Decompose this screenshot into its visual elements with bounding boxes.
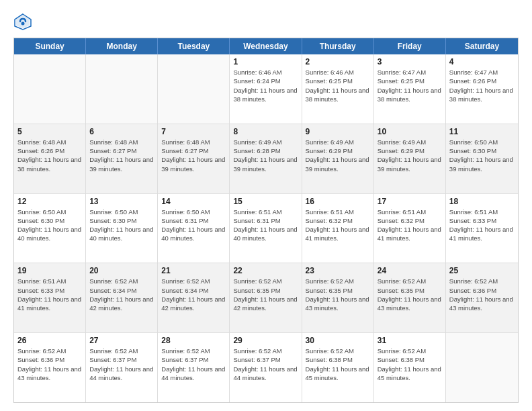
cell-info: Sunrise: 6:51 AM Sunset: 6:33 PM Dayligh… [17,277,82,312]
cell-info: Sunrise: 6:46 AM Sunset: 6:24 PM Dayligh… [233,68,298,103]
calendar: SundayMondayTuesdayWednesdayThursdayFrid… [13,38,519,403]
cal-cell-r3-c6: 25Sunrise: 6:52 AM Sunset: 6:36 PM Dayli… [446,263,518,332]
cell-info: Sunrise: 6:51 AM Sunset: 6:32 PM Dayligh… [378,208,442,243]
cell-info: Sunrise: 6:51 AM Sunset: 6:32 PM Dayligh… [306,208,370,243]
day-number: 23 [306,266,370,275]
cal-cell-r1-c3: 8Sunrise: 6:49 AM Sunset: 6:28 PM Daylig… [230,124,302,193]
cal-cell-r2-c2: 14Sunrise: 6:50 AM Sunset: 6:31 PM Dayli… [158,194,230,263]
cal-cell-r4-c2: 28Sunrise: 6:52 AM Sunset: 6:37 PM Dayli… [158,333,230,402]
cell-info: Sunrise: 6:49 AM Sunset: 6:29 PM Dayligh… [306,138,370,173]
day-number: 29 [233,336,298,345]
logo-icon [13,12,32,31]
weekday-header-friday: Friday [374,38,446,54]
cell-info: Sunrise: 6:52 AM Sunset: 6:38 PM Dayligh… [378,347,442,382]
cal-cell-r0-c5: 3Sunrise: 6:47 AM Sunset: 6:25 PM Daylig… [374,54,446,124]
cell-info: Sunrise: 6:52 AM Sunset: 6:37 PM Dayligh… [161,347,226,382]
day-number: 3 [378,57,442,66]
day-number: 22 [233,266,298,275]
cell-info: Sunrise: 6:52 AM Sunset: 6:37 PM Dayligh… [233,347,298,382]
cell-info: Sunrise: 6:52 AM Sunset: 6:38 PM Dayligh… [306,347,370,382]
cell-info: Sunrise: 6:50 AM Sunset: 6:30 PM Dayligh… [17,208,82,243]
cal-cell-r0-c2 [158,54,230,124]
day-number: 10 [378,127,442,136]
cal-cell-r1-c1: 6Sunrise: 6:48 AM Sunset: 6:27 PM Daylig… [86,124,158,193]
day-number: 24 [378,266,442,275]
day-number: 18 [449,197,515,206]
weekday-header-saturday: Saturday [446,38,518,54]
day-number: 5 [17,127,82,136]
cal-cell-r4-c3: 29Sunrise: 6:52 AM Sunset: 6:37 PM Dayli… [230,333,302,402]
cell-info: Sunrise: 6:51 AM Sunset: 6:31 PM Dayligh… [233,208,298,243]
calendar-row-4: 26Sunrise: 6:52 AM Sunset: 6:36 PM Dayli… [14,333,518,402]
cell-info: Sunrise: 6:52 AM Sunset: 6:36 PM Dayligh… [449,277,515,312]
weekday-header-thursday: Thursday [302,38,374,54]
weekday-header-sunday: Sunday [14,38,86,54]
cal-cell-r0-c4: 2Sunrise: 6:46 AM Sunset: 6:25 PM Daylig… [302,54,374,124]
cal-cell-r3-c5: 24Sunrise: 6:52 AM Sunset: 6:35 PM Dayli… [374,263,446,332]
day-number: 1 [233,57,298,66]
day-number: 13 [89,197,154,206]
day-number: 7 [161,127,226,136]
cell-info: Sunrise: 6:48 AM Sunset: 6:27 PM Dayligh… [161,138,226,173]
cell-info: Sunrise: 6:52 AM Sunset: 6:34 PM Dayligh… [89,277,154,312]
cal-cell-r0-c0 [14,54,86,124]
weekday-header-monday: Monday [86,38,158,54]
day-number: 4 [449,57,515,66]
cell-info: Sunrise: 6:52 AM Sunset: 6:35 PM Dayligh… [233,277,298,312]
cal-cell-r3-c0: 19Sunrise: 6:51 AM Sunset: 6:33 PM Dayli… [14,263,86,332]
cal-cell-r0-c1 [86,54,158,124]
day-number: 27 [89,336,154,345]
svg-point-1 [21,22,25,26]
calendar-header: SundayMondayTuesdayWednesdayThursdayFrid… [14,38,518,54]
cal-cell-r2-c0: 12Sunrise: 6:50 AM Sunset: 6:30 PM Dayli… [14,194,86,263]
cell-info: Sunrise: 6:49 AM Sunset: 6:29 PM Dayligh… [378,138,442,173]
cal-cell-r4-c4: 30Sunrise: 6:52 AM Sunset: 6:38 PM Dayli… [302,333,374,402]
day-number: 28 [161,336,226,345]
calendar-row-3: 19Sunrise: 6:51 AM Sunset: 6:33 PM Dayli… [14,263,518,333]
cal-cell-r0-c6: 4Sunrise: 6:47 AM Sunset: 6:26 PM Daylig… [446,54,518,124]
cell-info: Sunrise: 6:47 AM Sunset: 6:25 PM Dayligh… [378,68,442,103]
calendar-row-2: 12Sunrise: 6:50 AM Sunset: 6:30 PM Dayli… [14,194,518,264]
calendar-row-0: 1Sunrise: 6:46 AM Sunset: 6:24 PM Daylig… [14,54,518,124]
cell-info: Sunrise: 6:50 AM Sunset: 6:30 PM Dayligh… [89,208,154,243]
page: SundayMondayTuesdayWednesdayThursdayFrid… [0,0,532,411]
day-number: 21 [161,266,226,275]
cell-info: Sunrise: 6:50 AM Sunset: 6:31 PM Dayligh… [161,208,226,243]
day-number: 2 [306,57,370,66]
cal-cell-r0-c3: 1Sunrise: 6:46 AM Sunset: 6:24 PM Daylig… [230,54,302,124]
header [13,12,519,31]
day-number: 26 [17,336,82,345]
day-number: 15 [233,197,298,206]
cell-info: Sunrise: 6:47 AM Sunset: 6:26 PM Dayligh… [449,68,515,103]
day-number: 20 [89,266,154,275]
cell-info: Sunrise: 6:49 AM Sunset: 6:28 PM Dayligh… [233,138,298,173]
day-number: 12 [17,197,82,206]
day-number: 11 [449,127,515,136]
day-number: 17 [378,197,442,206]
day-number: 9 [306,127,370,136]
cell-info: Sunrise: 6:48 AM Sunset: 6:27 PM Dayligh… [89,138,154,173]
day-number: 8 [233,127,298,136]
cal-cell-r1-c6: 11Sunrise: 6:50 AM Sunset: 6:30 PM Dayli… [446,124,518,193]
cell-info: Sunrise: 6:52 AM Sunset: 6:37 PM Dayligh… [89,347,154,382]
calendar-body: 1Sunrise: 6:46 AM Sunset: 6:24 PM Daylig… [14,54,518,402]
day-number: 30 [306,336,370,345]
weekday-header-tuesday: Tuesday [158,38,230,54]
cell-info: Sunrise: 6:46 AM Sunset: 6:25 PM Dayligh… [306,68,370,103]
day-number: 25 [449,266,515,275]
cell-info: Sunrise: 6:52 AM Sunset: 6:35 PM Dayligh… [306,277,370,312]
cal-cell-r3-c2: 21Sunrise: 6:52 AM Sunset: 6:34 PM Dayli… [158,263,230,332]
cal-cell-r4-c6 [446,333,518,402]
cal-cell-r4-c0: 26Sunrise: 6:52 AM Sunset: 6:36 PM Dayli… [14,333,86,402]
cal-cell-r3-c4: 23Sunrise: 6:52 AM Sunset: 6:35 PM Dayli… [302,263,374,332]
cal-cell-r4-c5: 31Sunrise: 6:52 AM Sunset: 6:38 PM Dayli… [374,333,446,402]
cal-cell-r2-c3: 15Sunrise: 6:51 AM Sunset: 6:31 PM Dayli… [230,194,302,263]
day-number: 6 [89,127,154,136]
cal-cell-r2-c4: 16Sunrise: 6:51 AM Sunset: 6:32 PM Dayli… [302,194,374,263]
cal-cell-r1-c0: 5Sunrise: 6:48 AM Sunset: 6:26 PM Daylig… [14,124,86,193]
day-number: 31 [378,336,442,345]
cal-cell-r2-c5: 17Sunrise: 6:51 AM Sunset: 6:32 PM Dayli… [374,194,446,263]
cell-info: Sunrise: 6:52 AM Sunset: 6:34 PM Dayligh… [161,277,226,312]
day-number: 14 [161,197,226,206]
cal-cell-r3-c3: 22Sunrise: 6:52 AM Sunset: 6:35 PM Dayli… [230,263,302,332]
